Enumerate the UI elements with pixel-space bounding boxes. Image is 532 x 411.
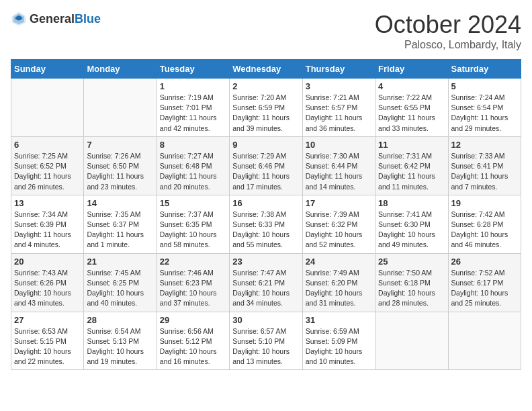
day-info: Sunrise: 7:43 AMSunset: 6:26 PMDaylight:…	[14, 268, 81, 309]
day-info: Sunrise: 7:33 AMSunset: 6:41 PMDaylight:…	[451, 151, 518, 192]
day-number: 27	[14, 315, 81, 325]
calendar-week-4: 20Sunrise: 7:43 AMSunset: 6:26 PMDayligh…	[11, 253, 521, 312]
day-info: Sunrise: 7:41 AMSunset: 6:30 PMDaylight:…	[378, 210, 445, 250]
day-info: Sunrise: 7:19 AMSunset: 7:01 PMDaylight:…	[160, 93, 226, 134]
calendar-day: 12Sunrise: 7:33 AMSunset: 6:41 PMDayligh…	[448, 136, 521, 195]
weekday-header-sunday: Sunday	[11, 60, 84, 79]
logo-text: GeneralBlue	[30, 12, 101, 26]
calendar-day: 27Sunrise: 6:53 AMSunset: 5:15 PMDayligh…	[11, 312, 84, 370]
calendar-day: 13Sunrise: 7:34 AMSunset: 6:39 PMDayligh…	[11, 195, 84, 253]
calendar-day: 29Sunrise: 6:56 AMSunset: 5:12 PMDayligh…	[157, 312, 229, 370]
month-title: October 2024	[375, 11, 521, 39]
day-number: 11	[378, 140, 445, 150]
day-number: 16	[232, 198, 299, 208]
day-number: 19	[451, 198, 518, 208]
calendar-day: 19Sunrise: 7:42 AMSunset: 6:28 PMDayligh…	[448, 195, 521, 253]
day-info: Sunrise: 7:52 AMSunset: 6:17 PMDaylight:…	[451, 268, 518, 309]
weekday-header-monday: Monday	[84, 60, 157, 79]
day-number: 5	[451, 81, 518, 91]
title-area: October 2024 Palosco, Lombardy, Italy	[375, 11, 521, 51]
calendar-day: 5Sunrise: 7:24 AMSunset: 6:54 PMDaylight…	[448, 79, 521, 137]
day-number: 31	[306, 315, 372, 325]
day-info: Sunrise: 7:24 AMSunset: 6:54 PMDaylight:…	[451, 93, 518, 134]
day-number: 25	[378, 257, 445, 267]
calendar-day: 25Sunrise: 7:50 AMSunset: 6:18 PMDayligh…	[375, 253, 448, 312]
calendar-day: 14Sunrise: 7:35 AMSunset: 6:37 PMDayligh…	[84, 195, 157, 253]
calendar-day	[11, 79, 84, 137]
day-info: Sunrise: 7:22 AMSunset: 6:55 PMDaylight:…	[378, 93, 445, 134]
calendar-day: 23Sunrise: 7:47 AMSunset: 6:21 PMDayligh…	[230, 253, 302, 312]
day-number: 23	[232, 257, 299, 267]
day-number: 2	[232, 81, 299, 91]
page-header: GeneralBlue October 2024 Palosco, Lombar…	[11, 11, 521, 51]
day-info: Sunrise: 7:35 AMSunset: 6:37 PMDaylight:…	[87, 210, 153, 250]
calendar-day	[84, 79, 157, 137]
calendar-day: 24Sunrise: 7:49 AMSunset: 6:20 PMDayligh…	[302, 253, 375, 312]
calendar-day: 11Sunrise: 7:31 AMSunset: 6:42 PMDayligh…	[375, 136, 448, 195]
calendar-day: 31Sunrise: 6:59 AMSunset: 5:09 PMDayligh…	[302, 312, 375, 370]
day-number: 20	[14, 257, 81, 267]
day-info: Sunrise: 7:37 AMSunset: 6:35 PMDaylight:…	[160, 210, 226, 250]
day-info: Sunrise: 7:27 AMSunset: 6:48 PMDaylight:…	[160, 151, 226, 192]
calendar-day: 16Sunrise: 7:38 AMSunset: 6:33 PMDayligh…	[230, 195, 302, 253]
calendar-day: 26Sunrise: 7:52 AMSunset: 6:17 PMDayligh…	[448, 253, 521, 312]
calendar-day: 6Sunrise: 7:25 AMSunset: 6:52 PMDaylight…	[11, 136, 84, 195]
calendar-day: 3Sunrise: 7:21 AMSunset: 6:57 PMDaylight…	[302, 79, 375, 137]
weekday-header-friday: Friday	[375, 60, 448, 79]
calendar-day: 28Sunrise: 6:54 AMSunset: 5:13 PMDayligh…	[84, 312, 157, 370]
logo-general: General	[30, 12, 75, 26]
day-number: 3	[306, 81, 372, 91]
day-number: 17	[306, 198, 372, 208]
day-number: 21	[87, 257, 153, 267]
calendar-day: 9Sunrise: 7:29 AMSunset: 6:46 PMDaylight…	[230, 136, 302, 195]
calendar-day: 7Sunrise: 7:26 AMSunset: 6:50 PMDaylight…	[84, 136, 157, 195]
day-info: Sunrise: 7:49 AMSunset: 6:20 PMDaylight:…	[306, 268, 372, 309]
calendar-day	[375, 312, 448, 370]
calendar-day: 17Sunrise: 7:39 AMSunset: 6:32 PMDayligh…	[302, 195, 375, 253]
location: Palosco, Lombardy, Italy	[375, 39, 521, 51]
day-number: 30	[232, 315, 299, 325]
weekday-header-row: SundayMondayTuesdayWednesdayThursdayFrid…	[11, 60, 521, 79]
day-number: 4	[378, 81, 445, 91]
day-number: 29	[160, 315, 226, 325]
day-info: Sunrise: 6:57 AMSunset: 5:10 PMDaylight:…	[232, 326, 299, 367]
day-info: Sunrise: 7:26 AMSunset: 6:50 PMDaylight:…	[87, 151, 153, 192]
calendar-day: 8Sunrise: 7:27 AMSunset: 6:48 PMDaylight…	[157, 136, 229, 195]
logo-blue: Blue	[75, 12, 101, 26]
calendar-day: 2Sunrise: 7:20 AMSunset: 6:59 PMDaylight…	[230, 79, 302, 137]
day-number: 10	[306, 140, 372, 150]
day-info: Sunrise: 7:39 AMSunset: 6:32 PMDaylight:…	[306, 210, 372, 250]
day-number: 12	[451, 140, 518, 150]
day-number: 14	[87, 198, 153, 208]
day-number: 15	[160, 198, 226, 208]
day-info: Sunrise: 6:59 AMSunset: 5:09 PMDaylight:…	[306, 326, 372, 367]
calendar-day: 15Sunrise: 7:37 AMSunset: 6:35 PMDayligh…	[157, 195, 229, 253]
day-info: Sunrise: 7:31 AMSunset: 6:42 PMDaylight:…	[378, 151, 445, 192]
day-info: Sunrise: 7:45 AMSunset: 6:25 PMDaylight:…	[87, 268, 153, 309]
calendar-table: SundayMondayTuesdayWednesdayThursdayFrid…	[11, 59, 521, 370]
weekday-header-thursday: Thursday	[302, 60, 375, 79]
calendar-day: 21Sunrise: 7:45 AMSunset: 6:25 PMDayligh…	[84, 253, 157, 312]
calendar-day: 22Sunrise: 7:46 AMSunset: 6:23 PMDayligh…	[157, 253, 229, 312]
calendar-day: 18Sunrise: 7:41 AMSunset: 6:30 PMDayligh…	[375, 195, 448, 253]
day-info: Sunrise: 7:30 AMSunset: 6:44 PMDaylight:…	[306, 151, 372, 192]
day-number: 1	[160, 81, 226, 91]
day-info: Sunrise: 7:42 AMSunset: 6:28 PMDaylight:…	[451, 210, 518, 250]
day-info: Sunrise: 6:53 AMSunset: 5:15 PMDaylight:…	[14, 326, 81, 367]
day-info: Sunrise: 7:34 AMSunset: 6:39 PMDaylight:…	[14, 210, 81, 250]
day-info: Sunrise: 6:56 AMSunset: 5:12 PMDaylight:…	[160, 326, 226, 367]
day-number: 22	[160, 257, 226, 267]
day-info: Sunrise: 7:21 AMSunset: 6:57 PMDaylight:…	[306, 93, 372, 134]
day-info: Sunrise: 7:29 AMSunset: 6:46 PMDaylight:…	[232, 151, 299, 192]
day-number: 9	[232, 140, 299, 150]
calendar-day: 10Sunrise: 7:30 AMSunset: 6:44 PMDayligh…	[302, 136, 375, 195]
calendar-day: 1Sunrise: 7:19 AMSunset: 7:01 PMDaylight…	[157, 79, 229, 137]
weekday-header-saturday: Saturday	[448, 60, 521, 79]
day-info: Sunrise: 7:25 AMSunset: 6:52 PMDaylight:…	[14, 151, 81, 192]
day-number: 8	[160, 140, 226, 150]
calendar-week-3: 13Sunrise: 7:34 AMSunset: 6:39 PMDayligh…	[11, 195, 521, 253]
calendar-week-5: 27Sunrise: 6:53 AMSunset: 5:15 PMDayligh…	[11, 312, 521, 370]
calendar-day: 20Sunrise: 7:43 AMSunset: 6:26 PMDayligh…	[11, 253, 84, 312]
calendar-day: 4Sunrise: 7:22 AMSunset: 6:55 PMDaylight…	[375, 79, 448, 137]
weekday-header-tuesday: Tuesday	[157, 60, 229, 79]
